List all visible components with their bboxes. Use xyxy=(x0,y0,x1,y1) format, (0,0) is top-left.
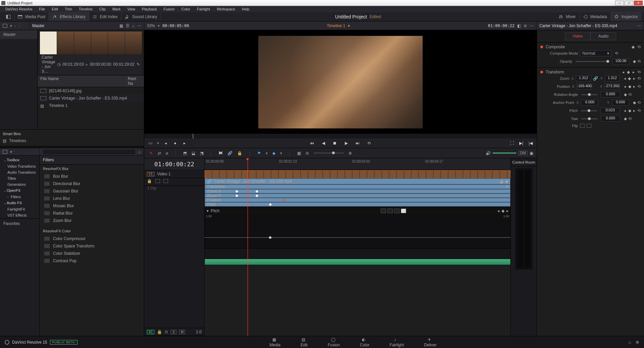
fx-node[interactable]: Video Transitions xyxy=(0,163,39,169)
pitch-value[interactable]: 0.023 xyxy=(600,108,620,114)
media-pool-toggle[interactable]: Media Pool xyxy=(14,12,49,21)
curve-prev-kf-icon[interactable]: ◂ xyxy=(497,209,499,213)
curve-expand-icon[interactable]: ▾ xyxy=(207,209,209,213)
next-kf-icon[interactable]: ▸ xyxy=(633,70,635,74)
effects-library-toggle[interactable]: Effects Library xyxy=(49,12,89,21)
audio-clip[interactable] xyxy=(205,259,511,265)
page-edit[interactable]: ▤Edit xyxy=(301,337,308,347)
curve-tool[interactable] xyxy=(394,209,399,213)
zoom-x-value[interactable]: 1.312 xyxy=(576,75,591,81)
reset-icon[interactable]: ⟲ xyxy=(615,51,618,56)
position-y-value[interactable]: -273.350 xyxy=(604,83,620,90)
kf-row-zoomy[interactable]: Zoom Y xyxy=(205,193,511,198)
timeline-ruler[interactable]: 01:00:00:00 01:00:01:13 01:00:03:03 01:0… xyxy=(205,158,511,170)
selection-tool-icon[interactable]: ↖ xyxy=(150,151,153,156)
match-frame-icon[interactable]: ▭ xyxy=(148,140,153,146)
scopes-icon[interactable]: ◧ xyxy=(517,23,521,28)
zoom-in-icon[interactable]: ⊕ xyxy=(348,151,352,156)
fullscreen-icon[interactable]: ⛶ xyxy=(509,140,515,146)
fx-node[interactable]: Filters xyxy=(0,194,39,200)
page-media[interactable]: ▦Media xyxy=(270,337,281,347)
flip-h-icon[interactable] xyxy=(580,124,585,128)
next-clip-icon[interactable]: ▶| xyxy=(519,140,524,146)
bypass-icon[interactable]: ⊘ xyxy=(524,23,527,28)
menu-file[interactable]: File xyxy=(36,6,49,12)
viewer-timecode[interactable]: 00:00:05:00 xyxy=(162,23,189,28)
curve-editor[interactable]: 1.50 1.50 xyxy=(205,214,511,249)
fwd-icon[interactable]: › xyxy=(19,23,20,28)
page-fairlight[interactable]: ♪Fairlight xyxy=(390,337,404,347)
fx-search-input[interactable] xyxy=(42,149,136,155)
col-file-name[interactable]: File Name xyxy=(40,76,128,86)
timeline-timecode[interactable]: 01:00:00:22 xyxy=(144,158,204,170)
fx-item[interactable]: Mosaic Blur xyxy=(40,202,144,210)
audio-track[interactable] xyxy=(205,259,511,266)
stop-icon[interactable]: ⏹ xyxy=(332,140,337,146)
chevron-down-icon[interactable]: ▾ xyxy=(10,23,12,28)
fx-item[interactable]: Box Blur xyxy=(40,173,144,180)
go-end-icon[interactable]: ⏭ xyxy=(355,140,360,146)
opacity-value[interactable]: 100.00 xyxy=(612,58,629,64)
playhead-marker[interactable] xyxy=(193,134,193,138)
keyframe-toggle-icon[interactable]: ◆ xyxy=(505,179,508,184)
menu-edit[interactable]: Edit xyxy=(48,6,61,12)
tab-video[interactable]: Video xyxy=(565,32,590,40)
reset-icon[interactable]: ⟲ xyxy=(637,45,641,49)
menu-clip[interactable]: Clip xyxy=(96,6,109,12)
maximize-button[interactable]: ▭ xyxy=(625,1,633,5)
section-title[interactable]: Composite xyxy=(546,45,565,49)
metadata-toggle[interactable]: Metadata xyxy=(580,12,611,21)
mixer-toggle[interactable]: Mixer xyxy=(555,12,579,21)
fx-node-audiofx[interactable]: Audio FX xyxy=(0,200,39,206)
track-enable-icon[interactable]: ⊙ xyxy=(165,330,168,334)
menu-fairlight[interactable]: Fairlight xyxy=(194,6,213,12)
search-icon[interactable]: ⌕ xyxy=(139,150,141,154)
fx-node[interactable]: FairlightFX xyxy=(0,206,39,212)
next-edit-icon[interactable]: ▸ xyxy=(182,140,187,146)
zoom-out-icon[interactable]: ⊖ xyxy=(306,151,309,156)
prev-edit-icon[interactable]: ◂ xyxy=(163,140,168,146)
opacity-slider[interactable] xyxy=(576,61,609,62)
fx-item[interactable]: Color Compressor xyxy=(40,235,144,242)
prev-clip-icon[interactable]: |◀ xyxy=(528,140,533,146)
col-reel[interactable]: Reel Na xyxy=(128,76,141,86)
rotation-value[interactable]: 0.000 xyxy=(601,92,620,98)
curve-tool[interactable] xyxy=(387,209,393,213)
fx-item[interactable]: Radial Blur xyxy=(40,210,144,217)
menu-davinci[interactable]: DaVinci Resolve xyxy=(2,6,36,12)
minimize-button[interactable]: — xyxy=(615,1,624,5)
overwrite-icon[interactable]: ⬓ xyxy=(192,151,195,156)
sound-library-toggle[interactable]: Sound Library xyxy=(121,12,161,21)
fx-item[interactable]: Color Space Transform xyxy=(40,242,144,250)
menu-fusion[interactable]: Fusion xyxy=(160,6,178,12)
blade-tool-icon[interactable]: ⌀ xyxy=(166,151,168,156)
flip-v-icon[interactable] xyxy=(587,124,591,128)
fx-node[interactable]: Titles xyxy=(0,175,39,181)
viewer-zoom[interactable]: 33% xyxy=(147,23,155,28)
link-icon[interactable]: 🔗 xyxy=(593,76,598,81)
thumb-view-icon[interactable]: ▦ xyxy=(119,23,123,28)
fx-item[interactable]: Contrast Pop xyxy=(40,257,144,265)
menu-color[interactable]: Color xyxy=(178,6,194,12)
pitch-slider[interactable] xyxy=(581,110,597,111)
anchor-y-value[interactable]: 0.000 xyxy=(612,100,629,106)
page-fusion[interactable]: ◯Fusion xyxy=(328,337,340,347)
kf-row-zoomx[interactable]: Zoom X xyxy=(205,189,511,193)
viewer-tc-right[interactable]: 01:00:00:22 xyxy=(488,23,515,28)
file-row[interactable]: [82149-82149].jpg xyxy=(38,87,144,95)
list-view-icon[interactable]: ☰ xyxy=(126,23,129,28)
v1-tag[interactable]: V1 xyxy=(147,172,154,176)
fx-item[interactable]: Directional Blur xyxy=(40,180,144,187)
track-view-icon[interactable] xyxy=(155,179,160,183)
lock-icon[interactable]: 🔒 xyxy=(237,151,242,156)
fx-node-toolbox[interactable]: Toolbox xyxy=(0,157,39,163)
play-icon[interactable]: ▶ xyxy=(343,140,349,146)
prev-kf-icon[interactable]: ◂ xyxy=(622,70,624,74)
a1-tag[interactable]: A1 xyxy=(147,330,154,334)
yaw-slider[interactable] xyxy=(581,118,597,119)
reset-icon[interactable]: ⟲ xyxy=(637,59,641,64)
retime-icon[interactable]: ✀ xyxy=(219,151,223,156)
page-deliver[interactable]: ✈Deliver xyxy=(424,337,436,347)
solo-button[interactable]: S xyxy=(171,330,176,334)
edit-index-toggle[interactable]: Edit Index xyxy=(89,12,121,21)
